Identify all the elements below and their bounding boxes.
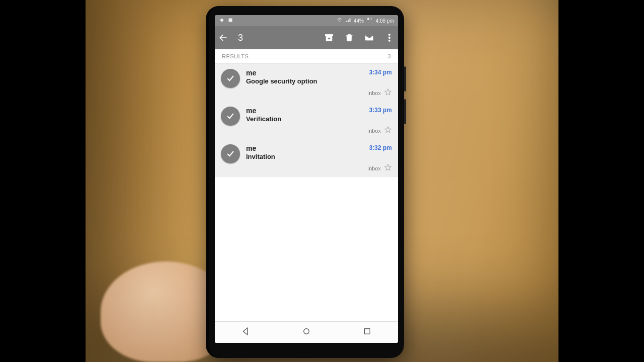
star-icon[interactable] [384,126,392,136]
results-header: RESULTS 3 [215,49,398,64]
svg-rect-4 [371,19,372,20]
signal-icon [345,17,351,24]
back-arrow-icon[interactable] [218,32,229,43]
email-sender: me [246,144,275,152]
svg-rect-3 [367,18,369,20]
phone-side-button [404,99,406,124]
android-nav-bar [215,321,398,343]
selection-toolbar: 3 [215,26,398,49]
clock-text: 4:08 pm [376,18,394,24]
wifi-icon [337,17,343,24]
email-label: Inbox [367,90,381,96]
email-subject: Google security option [246,77,317,85]
svg-point-0 [220,19,223,22]
email-row[interactable]: me Google security option 3:34 pm Inbox [215,64,398,102]
overflow-menu-icon[interactable] [384,32,395,43]
battery-icon [366,18,373,24]
email-subject: Verification [246,115,281,123]
email-list: me Google security option 3:34 pm Inbox [215,64,398,343]
svg-point-9 [388,40,390,41]
nav-back-icon[interactable] [241,327,250,338]
email-time: 3:32 pm [369,144,392,151]
stage: 44% 4:08 pm 3 [0,0,644,362]
svg-point-10 [304,329,309,334]
nav-recent-icon[interactable] [363,327,372,338]
phone-side-button [404,66,406,92]
nav-home-icon[interactable] [302,327,311,338]
empty-space [215,177,398,343]
svg-point-8 [388,37,390,38]
phone-screen: 44% 4:08 pm 3 [215,15,398,343]
email-row[interactable]: me Verification 3:33 pm Inbox [215,102,398,139]
save-icon [227,17,233,24]
results-count: 3 [387,53,391,59]
selection-count: 3 [238,33,243,43]
status-bar: 44% 4:08 pm [215,15,398,26]
battery-text: 44% [354,18,364,24]
svg-point-7 [388,34,390,36]
sync-icon [219,17,225,24]
email-subject: Invitation [246,153,275,160]
star-icon[interactable] [384,88,392,98]
mark-read-icon[interactable] [364,32,375,43]
star-icon[interactable] [384,163,392,173]
selected-checkmark-icon[interactable] [221,107,240,126]
svg-rect-11 [365,329,370,334]
results-label: RESULTS [222,53,249,59]
selected-checkmark-icon[interactable] [221,144,240,163]
email-time: 3:33 pm [369,107,392,114]
email-time: 3:34 pm [369,69,392,76]
phone-frame: 44% 4:08 pm 3 [209,6,404,358]
email-sender: me [246,69,317,77]
email-label: Inbox [367,128,381,134]
email-label: Inbox [367,165,381,171]
selected-checkmark-icon[interactable] [221,69,240,88]
archive-icon[interactable] [324,32,335,43]
email-sender: me [246,107,281,115]
delete-icon[interactable] [344,32,355,43]
svg-rect-5 [326,34,333,36]
svg-rect-1 [229,19,232,22]
email-row[interactable]: me Invitation 3:32 pm Inbox [215,139,398,177]
